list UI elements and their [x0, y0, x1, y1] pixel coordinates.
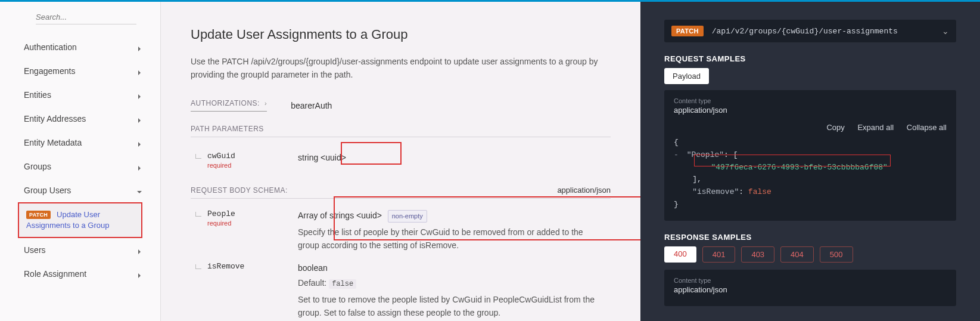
endpoint-route[interactable]: PATCH /api/v2/groups/{cwGuid}/user-assig…: [664, 20, 956, 42]
authorizations-label[interactable]: AUTHORIZATIONS: ›: [191, 99, 267, 112]
default-label: Default:: [298, 278, 326, 288]
param-row-cwguid: cwGuid required string <uuid>: [191, 147, 611, 174]
chevron-down-icon: [136, 187, 142, 193]
tree-connector-icon: [195, 154, 201, 159]
sidebar-item-role-assignment[interactable]: Role Assignment: [0, 262, 160, 286]
tree-connector-icon: [195, 212, 201, 217]
method-badge: PATCH: [671, 26, 704, 36]
collapse-all-button[interactable]: Collapse all: [907, 123, 947, 132]
chevron-right-icon: [136, 116, 142, 122]
auth-scheme: bearerAuth: [291, 101, 332, 110]
sidebar-item-label: Authentication: [24, 42, 77, 52]
sidebar-item-label: Users: [24, 245, 46, 255]
param-description: Specify the list of people by their CwGu…: [298, 226, 605, 252]
sidebar-item-label: Role Assignment: [24, 269, 86, 279]
required-badge: required: [207, 220, 298, 227]
sidebar-item-label: Groups: [24, 162, 51, 171]
payload-tab[interactable]: Payload: [664, 68, 709, 84]
samples-panel: PATCH /api/v2/groups/{cwGuid}/user-assig…: [640, 2, 980, 321]
default-value: false: [329, 279, 356, 289]
response-tab-404[interactable]: 404: [780, 246, 814, 263]
sidebar-item-entity-metadata[interactable]: Entity Metadata: [0, 131, 160, 155]
sidebar-item-engagements[interactable]: Engagements: [0, 59, 160, 83]
chevron-down-icon: ⌄: [942, 26, 949, 36]
sidebar-item-authentication[interactable]: Authentication: [0, 35, 160, 59]
response-tab-401[interactable]: 401: [702, 246, 736, 263]
response-code-panel: Content type application/json: [664, 270, 956, 306]
content-type-value: application/json: [674, 285, 947, 294]
sidebar-item-label: Entity Metadata: [24, 138, 82, 147]
route-path: /api/v2/groups/{cwGuid}/user-assignments: [712, 27, 942, 36]
request-samples-title: REQUEST SAMPLES: [664, 54, 956, 63]
param-type: boolean: [298, 263, 328, 273]
response-samples-title: RESPONSE SAMPLES: [664, 233, 956, 242]
param-name: People: [207, 209, 298, 218]
sidebar-item-label: Entities: [24, 90, 51, 100]
main-content: Update User Assignments to a Group Use t…: [161, 2, 640, 321]
method-badge: PATCH: [26, 211, 51, 219]
chevron-right-icon: [136, 140, 142, 146]
sidebar: Authentication Engagements Entities Enti…: [0, 2, 161, 321]
content-type-label: Content type: [674, 277, 947, 284]
sidebar-item-label: Group Users: [24, 186, 71, 195]
page-title: Update User Assignments to a Group: [191, 27, 611, 42]
sidebar-item-entities[interactable]: Entities: [0, 83, 160, 107]
response-tab-400[interactable]: 400: [664, 246, 696, 263]
param-type: string <uuid>: [298, 153, 346, 162]
param-type: Array of strings <uuid>: [298, 211, 382, 220]
sidebar-item-groups[interactable]: Groups: [0, 155, 160, 178]
sidebar-item-label: Engagements: [24, 66, 75, 76]
required-badge: required: [207, 162, 298, 169]
response-tab-403[interactable]: 403: [741, 246, 774, 263]
sidebar-item-users[interactable]: Users: [0, 238, 160, 262]
response-tab-500[interactable]: 500: [820, 246, 853, 263]
content-type-value: application/json: [674, 106, 947, 115]
sidebar-active-item[interactable]: PATCH Update User Assignments to a Group: [18, 202, 142, 238]
json-payload: { - "People": [ "497f6eca-6276-4993-bfeb…: [674, 137, 947, 211]
copy-button[interactable]: Copy: [826, 123, 844, 132]
search-input[interactable]: [36, 10, 136, 24]
tree-connector-icon: [195, 264, 201, 269]
chevron-right-icon: [136, 44, 142, 50]
content-type-label: Content type: [674, 97, 947, 104]
param-name: isRemove: [207, 262, 298, 271]
path-parameters-label: PATH PARAMETERS: [191, 125, 611, 137]
page-description: Use the PATCH /api/v2/groups/{groupId}/u…: [191, 55, 608, 81]
request-body-label: REQUEST BODY SCHEMA:: [191, 186, 288, 195]
param-description: Set to true to remove the people listed …: [298, 294, 605, 319]
collapse-toggle-icon[interactable]: -: [674, 150, 679, 159]
chevron-right-icon: [136, 92, 142, 98]
sidebar-item-label: Entity Addresses: [24, 114, 86, 124]
request-body-content-type[interactable]: application/json: [557, 186, 611, 195]
chevron-right-icon: [136, 247, 142, 253]
sidebar-item-group-users[interactable]: Group Users: [0, 178, 160, 202]
param-row-isremove: isRemove boolean Default: false Set to t…: [191, 257, 611, 321]
request-code-panel: Content type application/json Copy Expan…: [664, 90, 956, 221]
chevron-right-icon: [136, 271, 142, 277]
sidebar-item-entity-addresses[interactable]: Entity Addresses: [0, 107, 160, 131]
chevron-right-icon: [136, 68, 142, 74]
non-empty-badge: non-empty: [388, 210, 427, 223]
chevron-right-icon: [136, 163, 142, 169]
param-row-people: People required Array of strings <uuid> …: [191, 205, 611, 257]
expand-all-button[interactable]: Expand all: [857, 123, 894, 132]
chevron-right-icon: ›: [265, 100, 267, 107]
param-name: cwGuid: [207, 152, 298, 160]
